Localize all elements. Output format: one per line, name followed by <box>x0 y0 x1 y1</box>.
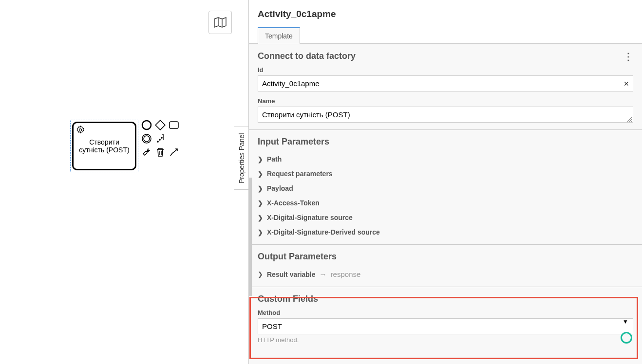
svg-point-7 <box>159 139 160 140</box>
input-x-access-token[interactable]: ❯X-Access-Token <box>258 196 633 210</box>
append-end-event-button[interactable] <box>140 119 153 131</box>
bpmn-context-pad <box>140 119 184 159</box>
name-label: Name <box>258 97 633 105</box>
input-payload[interactable]: ❯Payload <box>258 181 633 196</box>
delete-button[interactable] <box>154 146 167 159</box>
bpmn-canvas[interactable]: Створити сутність (POST) <box>0 0 248 364</box>
section-general: Connect to data factory ⋮ Id ✕ Name <box>249 44 642 129</box>
chevron-right-icon: ❯ <box>258 200 263 207</box>
tab-template-label: Template <box>265 32 293 40</box>
gear-icon <box>76 125 85 135</box>
chevron-right-icon: ❯ <box>258 156 263 163</box>
append-intermediate-event-button[interactable] <box>140 132 153 145</box>
section-indicator <box>249 178 252 296</box>
chevron-right-icon: ❯ <box>258 214 263 221</box>
properties-panel-toggle-label: Properties Panel <box>238 133 245 183</box>
append-gateway-button[interactable] <box>154 119 167 131</box>
section-general-title: Connect to data factory <box>258 51 356 61</box>
svg-point-1 <box>142 121 151 129</box>
method-label: Method <box>258 309 633 316</box>
output-result-variable[interactable]: ❯ Result variable → response <box>258 267 633 282</box>
tab-template[interactable]: Template <box>258 27 300 44</box>
section-custom-title: Custom Fields <box>258 294 318 304</box>
section-menu-icon[interactable]: ⋮ <box>623 54 633 59</box>
svg-point-0 <box>79 129 82 131</box>
input-path[interactable]: ❯Path <box>258 152 633 166</box>
properties-panel-toggle[interactable]: Properties Panel <box>234 127 249 190</box>
id-label: Id <box>258 66 633 73</box>
resize-grip-icon <box>627 117 632 122</box>
annotation-button[interactable] <box>154 132 167 145</box>
clear-icon[interactable]: ✕ <box>623 80 629 88</box>
section-input-title: Input Parameters <box>258 137 329 147</box>
svg-rect-3 <box>170 122 178 128</box>
chevron-right-icon: ❯ <box>258 229 263 236</box>
panel-title: Activity_0c1apme <box>258 9 633 19</box>
input-x-digital-signature-source[interactable]: ❯X-Digital-Signature source <box>258 210 633 225</box>
properties-panel: Properties Panel Activity_0c1apme Templa… <box>248 0 642 364</box>
minimap-button[interactable] <box>208 11 232 34</box>
section-output-parameters: Output Parameters ❯ Result variable → re… <box>249 244 642 287</box>
chevron-right-icon: ❯ <box>258 170 263 178</box>
bpmn-service-task[interactable]: Створити сутність (POST) <box>72 122 136 170</box>
svg-point-5 <box>144 136 150 142</box>
map-icon <box>214 17 227 28</box>
placeholder-icon <box>168 132 180 145</box>
input-x-digital-signature-derived-source[interactable]: ❯X-Digital-Signature-Derived source <box>258 225 633 239</box>
chevron-right-icon: ❯ <box>258 185 263 192</box>
svg-rect-2 <box>155 120 165 130</box>
section-output-title: Output Parameters <box>258 252 337 262</box>
method-select[interactable] <box>258 318 633 334</box>
panel-header: Activity_0c1apme Template <box>249 0 642 44</box>
section-input-parameters: Input Parameters ❯Path ❯Request paramete… <box>249 129 642 244</box>
name-input[interactable] <box>258 107 633 123</box>
id-input[interactable] <box>258 75 633 91</box>
chevron-right-icon: ❯ <box>258 271 263 278</box>
arrow-right-icon: → <box>320 270 327 278</box>
svg-point-8 <box>161 137 162 138</box>
wrench-button[interactable] <box>140 146 153 159</box>
svg-point-6 <box>157 141 158 142</box>
input-request-parameters[interactable]: ❯Request parameters <box>258 166 633 181</box>
append-task-button[interactable] <box>168 119 180 131</box>
result-variable-label: Result variable <box>267 271 316 278</box>
task-label: Створити сутність (POST) <box>76 138 132 154</box>
method-help-text: HTTP method. <box>258 336 633 344</box>
section-custom-fields: Custom Fields Method ▼ HTTP method. <box>249 287 642 352</box>
result-variable-value: response <box>331 270 361 278</box>
connect-button[interactable] <box>168 146 180 159</box>
panel-tabs: Template <box>258 26 633 43</box>
